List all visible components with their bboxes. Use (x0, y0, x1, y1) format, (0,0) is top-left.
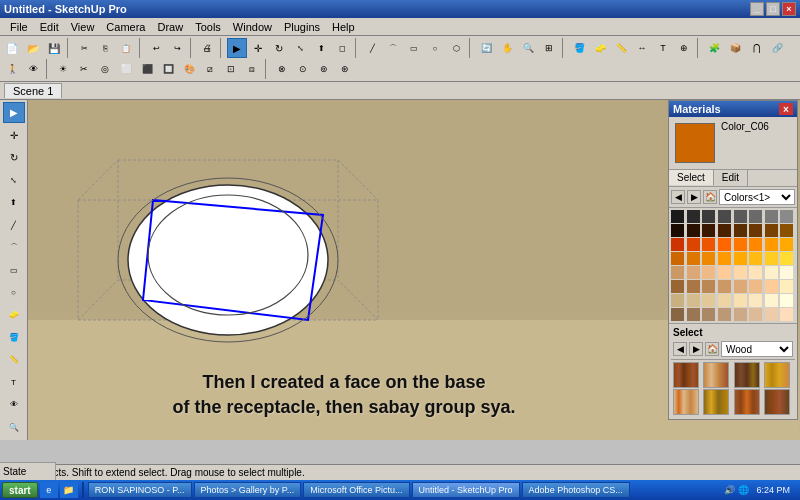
color-swatch-3[interactable] (718, 210, 731, 223)
color-swatch-53[interactable] (749, 294, 762, 307)
lt-paint[interactable]: 🪣 (3, 327, 25, 348)
start-button[interactable]: start (2, 482, 38, 498)
lt-move[interactable]: ✛ (3, 124, 25, 145)
mat-nav-back[interactable]: ◀ (671, 190, 685, 204)
menu-tools[interactable]: Tools (189, 20, 227, 34)
menu-window[interactable]: Window (227, 20, 278, 34)
taskbar-quicklaunch-files[interactable]: 📁 (60, 482, 78, 498)
color-swatch-61[interactable] (749, 308, 762, 321)
color-swatch-14[interactable] (765, 224, 778, 237)
color-swatch-33[interactable] (687, 266, 700, 279)
tb-mono[interactable]: ⬜ (116, 59, 136, 79)
color-swatch-18[interactable] (702, 238, 715, 251)
tb-eraser[interactable]: 🧽 (590, 38, 610, 58)
color-swatch-12[interactable] (734, 224, 747, 237)
wood-swatch-5[interactable] (703, 389, 729, 415)
tb-views[interactable]: ⧈ (242, 59, 262, 79)
color-swatch-26[interactable] (702, 252, 715, 265)
taskbar-quicklaunch-ie[interactable]: e (40, 482, 58, 498)
color-swatch-15[interactable] (780, 224, 793, 237)
color-swatch-48[interactable] (671, 294, 684, 307)
maximize-button[interactable]: □ (766, 2, 780, 16)
color-swatch-10[interactable] (702, 224, 715, 237)
taskbar-item-office[interactable]: Microsoft Office Pictu... (303, 482, 409, 498)
tb-section[interactable]: ✂ (74, 59, 94, 79)
color-swatch-54[interactable] (765, 294, 778, 307)
tb-wireframe[interactable]: ⧄ (200, 59, 220, 79)
tb-redo[interactable]: ↪ (167, 38, 187, 58)
tb-move[interactable]: ✛ (248, 38, 268, 58)
lt-select[interactable]: ▶ (3, 102, 25, 123)
wood-swatch-3[interactable] (764, 362, 790, 388)
color-swatch-30[interactable] (765, 252, 778, 265)
tb-group[interactable]: 📦 (725, 38, 745, 58)
color-swatch-27[interactable] (718, 252, 731, 265)
lt-lookaround[interactable]: 👁 (3, 394, 25, 415)
materials-close-button[interactable]: × (779, 103, 793, 115)
color-swatch-46[interactable] (765, 280, 778, 293)
color-swatch-63[interactable] (780, 308, 793, 321)
color-swatch-7[interactable] (780, 210, 793, 223)
tb-cut[interactable]: ✂ (74, 38, 94, 58)
lt-circle[interactable]: ○ (3, 282, 25, 303)
color-swatch-59[interactable] (718, 308, 731, 321)
tb-textured[interactable]: 🎨 (179, 59, 199, 79)
color-swatch-11[interactable] (718, 224, 731, 237)
tb-extra2[interactable]: ⊙ (293, 59, 313, 79)
close-button[interactable]: × (782, 2, 796, 16)
color-swatch-4[interactable] (734, 210, 747, 223)
window-controls[interactable]: _ □ × (750, 2, 796, 16)
lt-zoom[interactable]: 🔍 (3, 417, 25, 438)
color-swatch-44[interactable] (734, 280, 747, 293)
color-swatch-2[interactable] (702, 210, 715, 223)
color-swatch-41[interactable] (687, 280, 700, 293)
tb-shaded[interactable]: 🔲 (158, 59, 178, 79)
tb-extra4[interactable]: ⊛ (335, 59, 355, 79)
lt-rect[interactable]: ▭ (3, 259, 25, 280)
tb-rotate[interactable]: ↻ (269, 38, 289, 58)
color-swatch-19[interactable] (718, 238, 731, 251)
menu-edit[interactable]: Edit (34, 20, 65, 34)
tb-circle[interactable]: ○ (425, 38, 445, 58)
tb-paste[interactable]: 📋 (116, 38, 136, 58)
color-swatch-24[interactable] (671, 252, 684, 265)
tb-text[interactable]: T (653, 38, 673, 58)
taskbar-item-ron[interactable]: RON SAPINOSO - P... (88, 482, 192, 498)
tb-select[interactable]: ▶ (227, 38, 247, 58)
tb-follow[interactable]: 🔗 (767, 38, 787, 58)
scene-tab-1[interactable]: Scene 1 (4, 83, 62, 98)
tb-arc[interactable]: ⌒ (383, 38, 403, 58)
menu-help[interactable]: Help (326, 20, 361, 34)
menu-file[interactable]: File (4, 20, 34, 34)
lt-text[interactable]: T (3, 372, 25, 393)
color-swatch-49[interactable] (687, 294, 700, 307)
materials-tab-select[interactable]: Select (669, 170, 714, 186)
tb-dim[interactable]: ↔ (632, 38, 652, 58)
color-swatch-52[interactable] (734, 294, 747, 307)
color-swatch-56[interactable] (671, 308, 684, 321)
tb-zoom[interactable]: 🔍 (518, 38, 538, 58)
color-swatch-1[interactable] (687, 210, 700, 223)
color-swatch-25[interactable] (687, 252, 700, 265)
lt-pushpull[interactable]: ⬆ (3, 192, 25, 213)
tb-axis[interactable]: ⊕ (674, 38, 694, 58)
tb-line[interactable]: ╱ (362, 38, 382, 58)
lt-rotate[interactable]: ↻ (3, 147, 25, 168)
taskbar-item-sketchup[interactable]: Untitled - SketchUp Pro (412, 482, 520, 498)
tb-paint[interactable]: 🪣 (569, 38, 589, 58)
color-swatch-16[interactable] (671, 238, 684, 251)
color-swatch-50[interactable] (702, 294, 715, 307)
color-swatch-55[interactable] (780, 294, 793, 307)
tb-extra1[interactable]: ⊗ (272, 59, 292, 79)
color-swatch-17[interactable] (687, 238, 700, 251)
tb-orbit[interactable]: 🔄 (476, 38, 496, 58)
color-swatch-28[interactable] (734, 252, 747, 265)
lt-line[interactable]: ╱ (3, 214, 25, 235)
color-swatch-31[interactable] (780, 252, 793, 265)
taskbar-item-photoshop[interactable]: Adobe Photoshop CS... (522, 482, 630, 498)
minimize-button[interactable]: _ (750, 2, 764, 16)
tb-undo[interactable]: ↩ (146, 38, 166, 58)
tb-copy[interactable]: ⎘ (95, 38, 115, 58)
color-swatch-34[interactable] (702, 266, 715, 279)
color-swatch-20[interactable] (734, 238, 747, 251)
